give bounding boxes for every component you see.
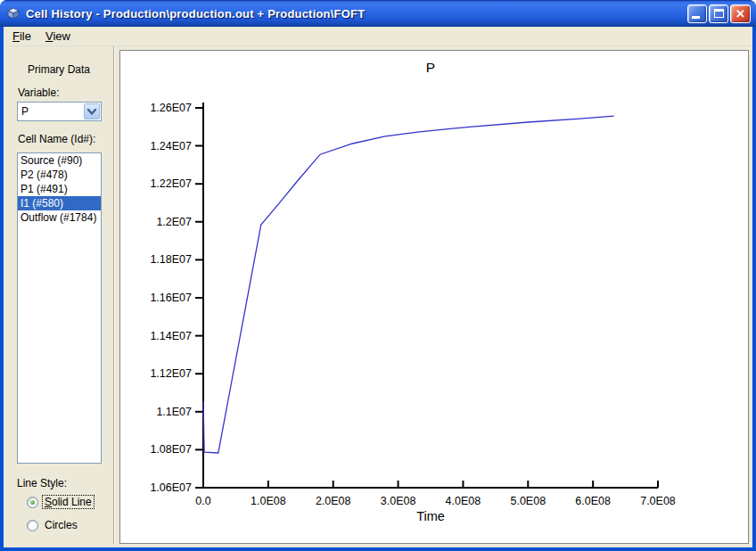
variable-dropdown-value: P [18,103,83,120]
x-tick-label: 3.0E08 [381,495,416,507]
title-bar[interactable]: Cell History - Production\production.out… [0,0,756,27]
y-tick-label: 1.24E07 [150,140,192,152]
close-button[interactable]: ✕ [730,4,751,23]
y-tick-label: 1.06E07 [150,481,192,494]
primary-data-heading: Primary Data [4,63,114,76]
window-title: Cell History - Production\production.out… [26,7,687,21]
maximize-icon [714,9,724,18]
close-icon: ✕ [731,5,750,22]
x-tick-label: 1.0E08 [251,495,286,507]
menu-file[interactable]: File [5,28,38,45]
maximize-button[interactable] [709,4,728,23]
menu-bar: File View [4,27,752,46]
list-item[interactable]: Outflow (#1784) [18,210,101,225]
chart-canvas: P1.06E071.08E071.1E071.12E071.14E071.16E… [120,51,748,543]
radio-button-icon[interactable] [27,520,38,531]
minimize-button[interactable] [687,4,707,23]
x-tick-label: 6.0E08 [575,495,611,507]
x-tick-label: 4.0E08 [446,495,481,507]
window-frame: File View Primary Data Variable: P Cell … [4,27,752,547]
list-item[interactable]: P1 (#491) [18,182,101,196]
y-tick-label: 1.14E07 [150,330,192,342]
y-tick-label: 1.2E07 [156,216,192,228]
sidebar: Primary Data Variable: P Cell Name (Id#)… [4,46,114,544]
variable-label: Variable: [18,86,59,99]
y-tick-label: 1.26E07 [150,102,192,114]
y-tick-label: 1.18E07 [150,253,192,266]
chart-panel: P1.06E071.08E071.1E071.12E071.14E071.16E… [119,50,749,544]
x-tick-label: 5.0E08 [510,495,546,507]
line-style-label: Line Style: [17,477,67,489]
menu-view[interactable]: View [38,28,78,45]
app-window: Cell History - Production\production.out… [0,0,756,551]
x-tick-label: 0.0 [195,495,210,507]
y-tick-label: 1.16E07 [150,292,192,304]
list-item[interactable]: P2 (#478) [18,168,101,182]
cell-name-listbox[interactable]: Source (#90) P2 (#478) P1 (#491) I1 (#58… [17,152,102,464]
x-tick-label: 2.0E08 [316,495,351,507]
y-tick-label: 1.22E07 [150,177,192,190]
y-tick-label: 1.08E07 [150,443,192,456]
chevron-down-icon [86,108,97,116]
variable-dropdown[interactable]: P [17,102,102,121]
x-axis-title: Time [416,509,445,523]
chart-title: P [426,60,435,75]
cell-name-label: Cell Name (Id#): [18,133,95,145]
minimize-icon [692,16,700,19]
radio-solid-line[interactable]: Solid Line [27,496,94,508]
client-area: Primary Data Variable: P Cell Name (Id#)… [4,46,752,547]
variable-dropdown-button[interactable] [84,103,100,119]
y-tick-label: 1.12E07 [150,367,192,380]
y-tick-label: 1.1E07 [156,406,192,418]
x-tick-label: 7.0E08 [640,495,676,507]
list-item-selected[interactable]: I1 (#580) [18,196,101,210]
radio-solid-line-label: Solid Line [43,496,94,508]
series-line [203,116,614,453]
list-item[interactable]: Source (#90) [18,153,101,168]
cube-app-icon [5,5,21,21]
radio-circles[interactable]: Circles [27,519,79,531]
radio-button-icon[interactable] [27,497,38,508]
radio-circles-label: Circles [43,519,79,531]
